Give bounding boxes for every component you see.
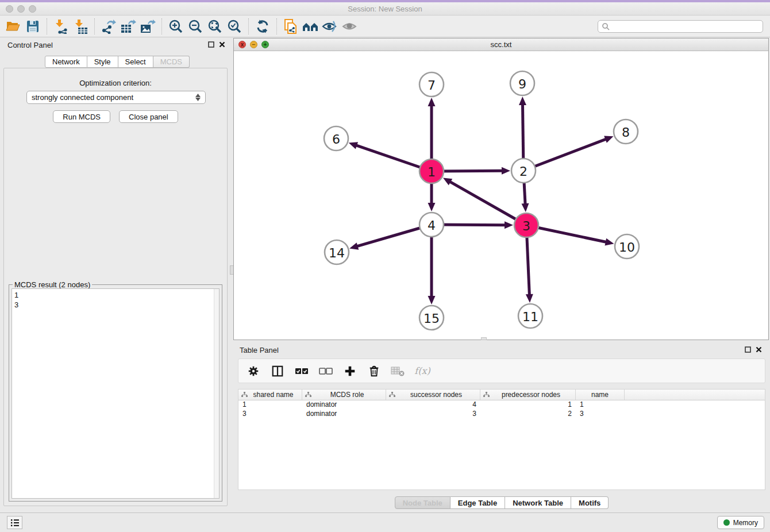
network-canvas[interactable]: 7968124314101511 [234,51,768,340]
search-input[interactable] [610,21,759,32]
table-cell[interactable] [625,400,765,410]
export-image-button[interactable] [138,17,157,36]
table-row[interactable]: 1dominator411 [238,400,765,410]
float-panel-icon[interactable] [745,346,751,353]
tab-mcds[interactable]: MCDS [153,56,190,68]
graph-node-6[interactable]: 6 [324,126,348,151]
memory-button[interactable]: Memory [717,516,764,529]
graph-node-9[interactable]: 9 [510,71,534,95]
apply-layout-button[interactable] [253,17,272,36]
graph-edge-3-1[interactable] [449,182,526,225]
table-cell[interactable]: dominator [302,400,386,410]
import-table-button[interactable] [71,17,90,36]
hide-selected-button[interactable] [320,17,340,36]
graph-node-2[interactable]: 2 [511,159,536,183]
tab-node-table[interactable]: Node Table [395,496,451,509]
network-window-titlebar[interactable]: x − + scc.txt [234,38,768,51]
table-cell[interactable]: 1 [576,400,625,410]
export-table-button[interactable] [118,17,138,36]
zoom-in-icon [168,19,183,34]
table-cell[interactable]: 3 [238,410,302,419]
zoom-in-button[interactable] [166,17,186,36]
zoom-out-button[interactable] [186,17,205,36]
close-panel-button[interactable]: Close panel [119,110,178,123]
graph-node-10[interactable]: 10 [615,234,639,259]
edge-arrowhead [349,242,359,249]
table-cell[interactable]: 3 [576,410,625,419]
task-history-button[interactable] [7,516,22,529]
tab-motifs[interactable]: Motifs [571,496,609,509]
close-panel-icon[interactable] [219,41,225,48]
table-settings-button[interactable] [245,363,261,379]
edge-arrowhead [522,203,529,212]
first-neighbors-button[interactable] [301,17,320,36]
show-all-button[interactable] [340,17,359,36]
table-cell[interactable]: dominator [302,410,386,419]
column-header-name[interactable]: name [576,390,625,400]
tab-select[interactable]: Select [118,56,153,68]
app-title: Session: New Session [0,5,770,13]
graph-node-1[interactable]: 1 [419,159,444,183]
node-label: 11 [522,310,538,324]
control-panel-title: Control Panel [7,41,53,49]
save-session-button[interactable] [23,17,43,36]
table-cell[interactable]: 3 [386,410,480,419]
table-cell[interactable] [625,410,765,419]
delete-column-button[interactable] [366,363,382,379]
export-network-button[interactable] [99,17,118,36]
criterion-dropdown[interactable]: strongly connected component [26,91,206,104]
copy-network-button[interactable] [281,17,301,36]
tab-network-table[interactable]: Network Table [505,496,571,509]
graph-node-4[interactable]: 4 [419,213,444,237]
graph-node-15[interactable]: 15 [419,306,444,330]
float-panel-icon[interactable] [208,41,214,48]
import-network-button[interactable] [51,17,71,36]
graph-node-11[interactable]: 11 [518,304,542,328]
unselect-all-columns-button[interactable] [318,363,334,379]
export-image-icon [140,19,156,34]
network-view-window: x − + scc.txt 7968124314101511 [233,38,769,340]
table-cell[interactable]: 4 [386,400,480,410]
mcds-result-group: MCDS result (2 nodes) 1 3 [9,284,222,502]
attribute-icon [483,392,490,398]
column-header-predecessor-nodes[interactable]: predecessor nodes [480,390,576,400]
result-scrollbar[interactable] [214,289,219,498]
table-header-row: shared name MCDS role successor nodes pr… [238,390,765,400]
zoom-fit-button[interactable] [205,17,225,36]
tab-style[interactable]: Style [87,56,118,68]
select-all-columns-button[interactable] [294,363,310,379]
show-column-panel-button[interactable] [270,363,286,379]
delete-table-button[interactable] [390,363,406,379]
node-label: 6 [332,132,340,147]
tab-edge-table[interactable]: Edge Table [451,496,505,509]
mcds-result-title: MCDS result (2 nodes) [13,280,92,289]
refresh-icon [255,19,270,34]
close-panel-icon[interactable] [756,346,762,353]
memory-status-icon [723,519,730,526]
run-mcds-button[interactable]: Run MCDS [53,110,110,123]
table-cell[interactable]: 1 [480,400,576,410]
graph-edge-2-8[interactable] [523,139,606,171]
create-column-button[interactable] [342,363,358,379]
table-body: 1dominator4113dominator323 [238,400,765,419]
mcds-result-text[interactable]: 1 3 [11,288,220,499]
graph-node-8[interactable]: 8 [614,119,638,144]
table-cell[interactable]: 2 [480,410,576,419]
graph-node-14[interactable]: 14 [325,240,349,264]
network-resize-grip[interactable] [481,337,487,340]
tab-network[interactable]: Network [45,56,87,68]
trash-icon [368,365,380,377]
column-header-mcds-role[interactable]: MCDS role [302,390,386,400]
table-cell[interactable]: 1 [238,400,302,410]
node-label: 2 [519,164,528,179]
graph-node-3[interactable]: 3 [514,213,538,237]
import-network-icon [53,19,68,34]
column-header-successor-nodes[interactable]: successor nodes [386,390,480,400]
table-row[interactable]: 3dominator323 [238,410,765,419]
function-builder-button[interactable]: f(x) [414,363,430,379]
graph-node-7[interactable]: 7 [419,72,444,97]
zoom-selected-button[interactable] [225,17,244,36]
column-header-shared-name[interactable]: shared name [238,390,302,400]
main-toolbar [0,16,770,37]
open-session-button[interactable] [3,17,23,36]
